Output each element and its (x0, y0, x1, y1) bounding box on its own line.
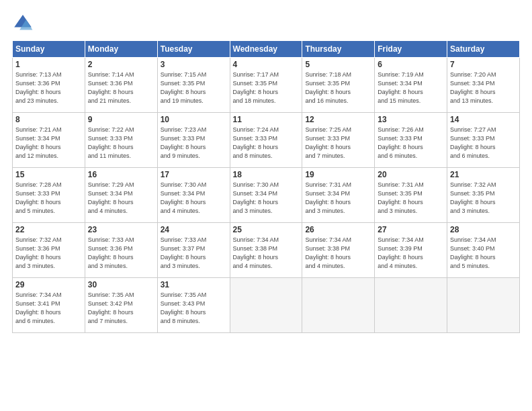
calendar-cell: 21Sunrise: 7:32 AMSunset: 3:35 PMDayligh… (447, 168, 520, 223)
day-info: Sunrise: 7:33 AMSunset: 3:36 PMDaylight:… (88, 236, 154, 271)
calendar-cell (447, 278, 520, 333)
day-number: 1 (15, 60, 82, 69)
day-number: 10 (161, 115, 227, 124)
day-number: 20 (378, 170, 444, 179)
day-info: Sunrise: 7:34 AMSunset: 3:39 PMDaylight:… (378, 236, 444, 271)
day-number: 16 (88, 170, 154, 179)
logo (12, 12, 36, 34)
day-number: 23 (88, 225, 154, 234)
day-number: 14 (450, 115, 517, 124)
day-number: 4 (233, 60, 300, 69)
calendar-cell: 23Sunrise: 7:33 AMSunset: 3:36 PMDayligh… (85, 223, 157, 278)
weekday-header-saturday: Saturday (447, 41, 520, 58)
day-info: Sunrise: 7:35 AMSunset: 3:42 PMDaylight:… (88, 291, 154, 326)
day-info: Sunrise: 7:25 AMSunset: 3:33 PMDaylight:… (305, 126, 371, 161)
day-info: Sunrise: 7:23 AMSunset: 3:33 PMDaylight:… (161, 126, 227, 161)
calendar-cell: 4Sunrise: 7:17 AMSunset: 3:35 PMDaylight… (230, 58, 302, 113)
calendar-cell (302, 278, 375, 333)
calendar-cell: 16Sunrise: 7:29 AMSunset: 3:34 PMDayligh… (85, 168, 157, 223)
calendar-cell: 6Sunrise: 7:19 AMSunset: 3:34 PMDaylight… (375, 58, 447, 113)
calendar-cell: 8Sunrise: 7:21 AMSunset: 3:34 PMDaylight… (13, 113, 85, 168)
day-info: Sunrise: 7:32 AMSunset: 3:36 PMDaylight:… (15, 236, 82, 271)
day-info: Sunrise: 7:22 AMSunset: 3:33 PMDaylight:… (88, 126, 154, 161)
day-number: 8 (15, 115, 82, 124)
day-info: Sunrise: 7:35 AMSunset: 3:43 PMDaylight:… (161, 291, 227, 326)
day-info: Sunrise: 7:24 AMSunset: 3:33 PMDaylight:… (233, 126, 300, 161)
day-info: Sunrise: 7:19 AMSunset: 3:34 PMDaylight:… (378, 71, 444, 105)
page: SundayMondayTuesdayWednesdayThursdayFrid… (0, 0, 532, 411)
day-number: 27 (378, 225, 444, 234)
weekday-header-row: SundayMondayTuesdayWednesdayThursdayFrid… (13, 41, 520, 58)
calendar-cell: 5Sunrise: 7:18 AMSunset: 3:35 PMDaylight… (302, 58, 375, 113)
calendar-cell: 15Sunrise: 7:28 AMSunset: 3:33 PMDayligh… (13, 168, 85, 223)
calendar-cell: 25Sunrise: 7:34 AMSunset: 3:38 PMDayligh… (230, 223, 302, 278)
day-number: 3 (161, 60, 227, 69)
day-number: 18 (233, 170, 300, 179)
calendar-cell: 9Sunrise: 7:22 AMSunset: 3:33 PMDaylight… (85, 113, 157, 168)
day-info: Sunrise: 7:29 AMSunset: 3:34 PMDaylight:… (88, 181, 154, 216)
day-info: Sunrise: 7:34 AMSunset: 3:41 PMDaylight:… (15, 291, 82, 326)
day-info: Sunrise: 7:33 AMSunset: 3:37 PMDaylight:… (161, 236, 227, 271)
day-number: 24 (161, 225, 227, 234)
calendar-cell: 28Sunrise: 7:34 AMSunset: 3:40 PMDayligh… (447, 223, 520, 278)
day-info: Sunrise: 7:31 AMSunset: 3:34 PMDaylight:… (305, 181, 371, 216)
calendar-cell: 24Sunrise: 7:33 AMSunset: 3:37 PMDayligh… (157, 223, 230, 278)
calendar-cell: 7Sunrise: 7:20 AMSunset: 3:34 PMDaylight… (447, 58, 520, 113)
calendar-cell: 14Sunrise: 7:27 AMSunset: 3:33 PMDayligh… (447, 113, 520, 168)
calendar-cell: 18Sunrise: 7:30 AMSunset: 3:34 PMDayligh… (230, 168, 302, 223)
day-info: Sunrise: 7:28 AMSunset: 3:33 PMDaylight:… (15, 181, 82, 216)
calendar-cell: 30Sunrise: 7:35 AMSunset: 3:42 PMDayligh… (85, 278, 157, 333)
calendar-cell (375, 278, 447, 333)
day-info: Sunrise: 7:21 AMSunset: 3:34 PMDaylight:… (15, 126, 82, 161)
weekday-header-tuesday: Tuesday (157, 41, 230, 58)
day-info: Sunrise: 7:30 AMSunset: 3:34 PMDaylight:… (161, 181, 227, 216)
calendar-cell: 26Sunrise: 7:34 AMSunset: 3:38 PMDayligh… (302, 223, 375, 278)
day-number: 5 (305, 60, 371, 69)
calendar-cell: 31Sunrise: 7:35 AMSunset: 3:43 PMDayligh… (157, 278, 230, 333)
week-row-1: 1Sunrise: 7:13 AMSunset: 3:36 PMDaylight… (13, 58, 520, 113)
day-info: Sunrise: 7:18 AMSunset: 3:35 PMDaylight:… (305, 71, 371, 105)
day-info: Sunrise: 7:34 AMSunset: 3:40 PMDaylight:… (450, 236, 517, 271)
day-number: 15 (15, 170, 82, 179)
day-number: 25 (233, 225, 300, 234)
day-number: 17 (161, 170, 227, 179)
calendar-table: SundayMondayTuesdayWednesdayThursdayFrid… (12, 40, 520, 333)
calendar-cell: 29Sunrise: 7:34 AMSunset: 3:41 PMDayligh… (13, 278, 85, 333)
calendar-cell: 19Sunrise: 7:31 AMSunset: 3:34 PMDayligh… (302, 168, 375, 223)
day-info: Sunrise: 7:20 AMSunset: 3:34 PMDaylight:… (450, 71, 517, 105)
calendar-cell: 2Sunrise: 7:14 AMSunset: 3:36 PMDaylight… (85, 58, 157, 113)
calendar-cell: 27Sunrise: 7:34 AMSunset: 3:39 PMDayligh… (375, 223, 447, 278)
calendar-cell: 1Sunrise: 7:13 AMSunset: 3:36 PMDaylight… (13, 58, 85, 113)
day-info: Sunrise: 7:30 AMSunset: 3:34 PMDaylight:… (233, 181, 300, 216)
day-number: 2 (88, 60, 154, 69)
day-info: Sunrise: 7:17 AMSunset: 3:35 PMDaylight:… (233, 71, 300, 105)
day-info: Sunrise: 7:31 AMSunset: 3:35 PMDaylight:… (378, 181, 444, 216)
calendar-cell: 3Sunrise: 7:15 AMSunset: 3:35 PMDaylight… (157, 58, 230, 113)
day-info: Sunrise: 7:13 AMSunset: 3:36 PMDaylight:… (15, 71, 82, 105)
day-number: 26 (305, 225, 371, 234)
day-number: 12 (305, 115, 371, 124)
day-info: Sunrise: 7:15 AMSunset: 3:35 PMDaylight:… (161, 71, 227, 105)
weekday-header-monday: Monday (85, 41, 157, 58)
calendar-cell: 11Sunrise: 7:24 AMSunset: 3:33 PMDayligh… (230, 113, 302, 168)
calendar-cell: 22Sunrise: 7:32 AMSunset: 3:36 PMDayligh… (13, 223, 85, 278)
weekday-header-wednesday: Wednesday (230, 41, 302, 58)
calendar-cell: 17Sunrise: 7:30 AMSunset: 3:34 PMDayligh… (157, 168, 230, 223)
day-number: 11 (233, 115, 300, 124)
day-number: 13 (378, 115, 444, 124)
weekday-header-thursday: Thursday (302, 41, 375, 58)
day-number: 22 (15, 225, 82, 234)
calendar-cell: 10Sunrise: 7:23 AMSunset: 3:33 PMDayligh… (157, 113, 230, 168)
week-row-5: 29Sunrise: 7:34 AMSunset: 3:41 PMDayligh… (13, 278, 520, 333)
day-info: Sunrise: 7:32 AMSunset: 3:35 PMDaylight:… (450, 181, 517, 216)
weekday-header-sunday: Sunday (13, 41, 85, 58)
day-info: Sunrise: 7:14 AMSunset: 3:36 PMDaylight:… (88, 71, 154, 105)
calendar-cell: 12Sunrise: 7:25 AMSunset: 3:33 PMDayligh… (302, 113, 375, 168)
day-info: Sunrise: 7:26 AMSunset: 3:33 PMDaylight:… (378, 126, 444, 161)
day-number: 19 (305, 170, 371, 179)
day-number: 21 (450, 170, 517, 179)
week-row-3: 15Sunrise: 7:28 AMSunset: 3:33 PMDayligh… (13, 168, 520, 223)
calendar-cell: 13Sunrise: 7:26 AMSunset: 3:33 PMDayligh… (375, 113, 447, 168)
day-number: 30 (88, 280, 154, 289)
day-number: 6 (378, 60, 444, 69)
